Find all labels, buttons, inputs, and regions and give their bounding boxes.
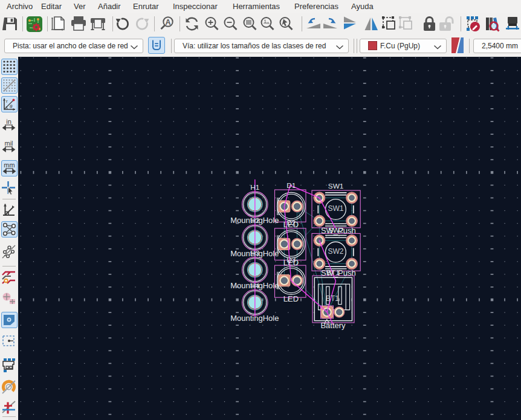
svg-text:θ: θ bbox=[10, 103, 13, 109]
svg-text:SW2: SW2 bbox=[328, 226, 344, 234]
svg-text:D3: D3 bbox=[286, 256, 296, 264]
svg-text:H2: H2 bbox=[250, 216, 259, 225]
svg-text:in: in bbox=[6, 118, 11, 125]
svg-text:H4: H4 bbox=[250, 282, 260, 290]
svg-text:BT1: BT1 bbox=[326, 294, 339, 303]
svg-text:SW1: SW1 bbox=[328, 204, 343, 213]
svg-text:SW1: SW1 bbox=[328, 182, 344, 190]
svg-text:LED: LED bbox=[283, 294, 299, 303]
svg-text:H3: H3 bbox=[250, 249, 260, 257]
svg-text:A: A bbox=[165, 18, 170, 27]
svg-text:MountingHole: MountingHole bbox=[230, 314, 279, 323]
svg-text:mil: mil bbox=[4, 140, 13, 147]
svg-text:Battery: Battery bbox=[320, 321, 346, 330]
svg-text:D1: D1 bbox=[286, 181, 296, 190]
svg-text:r: r bbox=[6, 99, 8, 104]
svg-text:H1: H1 bbox=[250, 183, 259, 192]
svg-text:BT1: BT1 bbox=[326, 268, 340, 277]
svg-text:D2: D2 bbox=[286, 219, 296, 227]
svg-text:SW2: SW2 bbox=[328, 247, 343, 256]
svg-text:mm: mm bbox=[4, 161, 15, 169]
